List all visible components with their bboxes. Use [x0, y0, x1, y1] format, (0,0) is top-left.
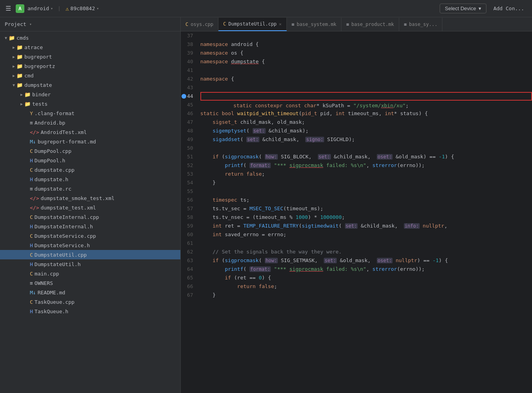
- sidebar-item-binder[interactable]: ▶ 📁 binder: [0, 90, 180, 99]
- bugreport-format-icon: M↓: [30, 139, 36, 145]
- sidebar-item-taskqueue-cpp[interactable]: C TaskQueue.cpp: [0, 297, 180, 307]
- bugreportz-folder-icon: 📁: [17, 63, 23, 69]
- sidebar-item-dumpstateutil-h[interactable]: H DumpstateUtil.h: [0, 259, 180, 269]
- sidebar-item-dumpstateservice-cpp[interactable]: C DumpstateService.cpp: [0, 231, 180, 241]
- sidebar-item-bugreport[interactable]: ▶ 📁 bugreport: [0, 52, 180, 61]
- line-numbers: 37 38 39 40 41 42 43 44 45 46 47 48 49 5…: [187, 31, 196, 393]
- code-content[interactable]: namespace android { namespace os { names…: [196, 31, 532, 393]
- sidebar-item-tests[interactable]: ▶ 📁 tests: [0, 99, 180, 108]
- dumpstateservice-cpp-icon: C: [30, 233, 33, 239]
- code-editor: 37 38 39 40 41 42 43 44 45 46 47 48 49 5…: [181, 31, 532, 393]
- sidebar-item-dumpstateinternal-h[interactable]: H DumpstateInternal.h: [0, 222, 180, 231]
- bugreport-chevron: ▶: [11, 55, 17, 59]
- sidebar-item-dumpstate-test-xml[interactable]: </> dumpstate_test.xml: [0, 203, 180, 212]
- bugreport-folder-icon: 📁: [17, 54, 23, 60]
- binder-folder-icon: 📁: [24, 92, 31, 97]
- sidebar-item-main-cpp[interactable]: C main.cpp: [0, 269, 180, 278]
- sidebar-item-bugreportz[interactable]: ▶ 📁 bugreportz: [0, 61, 180, 71]
- left-gutter: [181, 31, 187, 393]
- code-line-37: [200, 31, 532, 40]
- sidebar-item-dumpstateutil-cpp[interactable]: C DumpstateUtil.cpp: [0, 250, 180, 259]
- code-line-48: sigemptyset( set: &child_mask);: [200, 127, 532, 135]
- code-line-60: int saved_errno = errno;: [200, 230, 532, 239]
- sidebar-item-owners[interactable]: ≡ OWNERS: [0, 278, 180, 288]
- code-line-45: [200, 101, 532, 109]
- sidebar-item-dumppool-cpp[interactable]: C DumpPool.cpp: [0, 146, 180, 156]
- sidebar-title: Project: [5, 21, 26, 27]
- project-name-button[interactable]: android ▾: [28, 6, 53, 11]
- atrace-folder-icon: 📁: [17, 44, 23, 50]
- code-line-51: if (sigprocmask( how: SIG_BLOCK, set: &c…: [200, 152, 532, 161]
- tests-folder-icon: 📁: [24, 101, 31, 107]
- sidebar-item-cmds[interactable]: ▼ 📁 cmds: [0, 33, 180, 42]
- android-bp-icon: ≡: [30, 120, 33, 126]
- tests-chevron: ▶: [19, 102, 24, 106]
- sidebar-item-dumpstate-smoke-xml[interactable]: </> dumpstate_smoke_test.xml: [0, 193, 180, 203]
- owners-icon: ≡: [30, 280, 33, 286]
- dumpstateutil-cpp-icon: C: [30, 252, 33, 258]
- sidebar-item-atrace[interactable]: ▶ 📁 atrace: [0, 42, 180, 52]
- dumpstate-smoke-icon: </>: [30, 195, 39, 201]
- warning-icon: ⚠: [66, 6, 69, 12]
- sidebar-item-dumppool-h[interactable]: H DumpPool.h: [0, 156, 180, 165]
- sidebar-item-dumpstateinternal-cpp[interactable]: C DumpstateInternal.cpp: [0, 212, 180, 222]
- code-line-59: int ret = TEMP_FAILURE_RETRY(sigtimedwai…: [200, 222, 532, 230]
- breakpoint-44[interactable]: [181, 92, 187, 101]
- dumpstateinternal-cpp-icon: C: [30, 214, 33, 220]
- tab-icon-base-sy: ≡: [404, 22, 407, 27]
- code-line-54: }: [200, 178, 532, 187]
- code-line-40: namespace dumpstate {: [200, 57, 532, 66]
- dumpstateinternal-h-icon: H: [30, 224, 33, 230]
- dumpstate-h-icon: H: [30, 176, 33, 182]
- add-config-button[interactable]: Add Con...: [490, 4, 528, 13]
- tab-osys-cpp[interactable]: C osys.cpp: [181, 18, 218, 31]
- cmds-folder-icon: 📁: [9, 35, 15, 41]
- build-info-button[interactable]: ⚠ 89c80842 ▾: [66, 6, 99, 12]
- sidebar-item-android-bp[interactable]: ≡ Android.bp: [0, 118, 180, 127]
- bugreportz-chevron: ▶: [11, 64, 17, 68]
- code-line-67: }: [200, 291, 532, 299]
- sidebar-title-chevron: ▾: [29, 22, 32, 26]
- code-line-43: [200, 83, 532, 92]
- dumppool-h-icon: H: [30, 158, 33, 163]
- code-line-65: if (ret == 0) {: [200, 274, 532, 282]
- tab-base-product-mk[interactable]: ≡ base_product.mk: [341, 18, 399, 31]
- cmds-chevron: ▼: [3, 36, 9, 40]
- sidebar-item-taskqueue-h[interactable]: H TaskQueue.h: [0, 307, 180, 316]
- taskqueue-cpp-icon: C: [30, 299, 33, 305]
- sidebar-header: Project ▾: [0, 17, 180, 31]
- sidebar-item-bugreport-format-md[interactable]: M↓ bugreport-format.md: [0, 137, 180, 146]
- code-line-41: [200, 66, 532, 75]
- sidebar-item-dumpstateservice-h[interactable]: H DumpstateService.h: [0, 241, 180, 250]
- tab-dumpstateutil-cpp[interactable]: C DumpstateUtil.cpp ✕: [218, 18, 287, 31]
- sidebar-item-dumpstate[interactable]: ▼ 📁 dumpstate: [0, 80, 180, 90]
- code-line-52: printf( format: "*** sigprocmask failed:…: [200, 161, 532, 170]
- code-line-57: ts.tv_sec = MSEC_TO_SEC(timeout_ms);: [200, 204, 532, 213]
- sidebar-item-dumpstate-cpp[interactable]: C dumpstate.cpp: [0, 165, 180, 174]
- cmd-chevron: ▶: [11, 73, 17, 78]
- code-line-62: // Set the signals back the way they wer…: [200, 248, 532, 256]
- binder-chevron: ▶: [19, 92, 24, 97]
- tab-icon-osys: C: [185, 22, 188, 27]
- breakpoint-dot-44: [182, 94, 186, 99]
- editor-area: C osys.cpp C DumpstateUtil.cpp ✕ ≡ base_…: [181, 17, 532, 393]
- sidebar-item-androidtest-xml[interactable]: </> AndroidTest.xml: [0, 127, 180, 137]
- sidebar: Project ▾ ▼ 📁 cmds ▶ 📁 atrace ▶ 📁 bugrep…: [0, 17, 181, 393]
- sidebar-item-dumpstate-rc[interactable]: ≡ dumpstate.rc: [0, 184, 180, 193]
- atrace-chevron: ▶: [11, 45, 17, 50]
- select-device-button[interactable]: Select Device ▾: [440, 4, 486, 13]
- topbar: ☰ A android ▾ | ⚠ 89c80842 ▾ Select Devi…: [0, 0, 532, 17]
- tab-close-dumpstateutil[interactable]: ✕: [279, 22, 282, 27]
- code-line-38: namespace android {: [200, 40, 532, 49]
- sidebar-tree[interactable]: ▼ 📁 cmds ▶ 📁 atrace ▶ 📁 bugreport ▶ 📁 bu…: [0, 31, 180, 393]
- hamburger-icon[interactable]: ☰: [4, 3, 13, 14]
- sidebar-item-clang-format[interactable]: Y .clang-format: [0, 108, 180, 118]
- tab-base-system-mk[interactable]: ≡ base_system.mk: [287, 18, 341, 31]
- clang-format-icon: Y: [30, 110, 33, 116]
- tab-base-sy[interactable]: ≡ base_sy...: [399, 18, 442, 31]
- sidebar-item-dumpstate-h[interactable]: H dumpstate.h: [0, 174, 180, 184]
- code-line-66: return false;: [200, 282, 532, 291]
- tab-icon-dumpstateutil: C: [223, 21, 226, 27]
- sidebar-item-readme-md[interactable]: M↓ README.md: [0, 288, 180, 297]
- sidebar-item-cmd[interactable]: ▶ 📁 cmd: [0, 71, 180, 80]
